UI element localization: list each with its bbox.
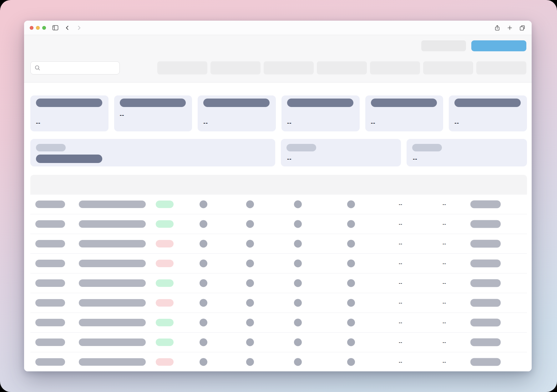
cell-dot-skeleton (294, 319, 302, 327)
browser-window: -- -- -- -- -- -- (24, 21, 532, 371)
zoom-button[interactable] (42, 26, 46, 30)
table-body: -- -- -- -- (30, 195, 527, 371)
sidebar-toggle-icon[interactable] (52, 24, 59, 32)
cell-skeleton-action (470, 319, 501, 327)
secondary-button-skeleton[interactable] (421, 40, 466, 51)
stat-value: -- (36, 120, 41, 126)
status-pill (156, 339, 174, 346)
data-table: -- -- -- -- (30, 175, 527, 371)
cell-dot-skeleton (200, 339, 207, 346)
summary-value: -- (413, 155, 418, 162)
cell-dot-skeleton (347, 220, 355, 228)
cell-dot-skeleton (200, 299, 207, 307)
metric-value-a: -- (391, 300, 410, 305)
minimize-button[interactable] (36, 26, 40, 30)
traffic-lights (30, 26, 46, 30)
cell-dot-skeleton (246, 358, 254, 366)
summary-card-right: -- (407, 139, 527, 166)
cell-dot-skeleton (294, 299, 302, 307)
stat-value: -- (371, 120, 376, 126)
filter-chip-skeleton[interactable] (264, 61, 314, 74)
filter-chip-skeleton[interactable] (157, 61, 207, 74)
cell-skeleton-action (470, 299, 501, 307)
status-pill (156, 319, 174, 326)
filter-chip-skeleton[interactable] (476, 61, 526, 74)
cell-skeleton-id (35, 319, 65, 326)
filter-chip-skeleton[interactable] (423, 61, 473, 74)
stat-value: -- (120, 112, 124, 119)
status-pill (156, 220, 174, 228)
share-icon[interactable] (494, 24, 501, 32)
cell-dot-skeleton (294, 260, 302, 267)
search-input[interactable] (41, 65, 116, 70)
summary-label-skeleton (36, 144, 66, 151)
metric-value-a: -- (391, 340, 410, 345)
cell-dot-skeleton (200, 240, 207, 248)
table-row: -- -- (30, 313, 527, 333)
summary-card-row: -- -- (30, 139, 527, 166)
stat-card: -- (198, 95, 276, 131)
new-tab-icon[interactable] (506, 24, 514, 32)
metric-value-b: -- (435, 359, 454, 364)
close-button[interactable] (30, 26, 33, 30)
metric-value-a: -- (391, 202, 410, 207)
cell-dot-skeleton (347, 299, 355, 307)
status-pill (156, 279, 174, 287)
cell-skeleton-name (79, 299, 146, 307)
stat-value: -- (454, 120, 459, 126)
status-pill (156, 240, 174, 247)
metric-value-b: -- (435, 320, 454, 325)
table-row: -- -- (30, 195, 527, 214)
summary-card-left (30, 139, 275, 166)
table-row: -- -- (30, 214, 527, 234)
cell-dot-skeleton (294, 339, 302, 346)
metric-value-a: -- (391, 320, 410, 325)
metric-value-a: -- (391, 261, 410, 266)
metric-value-b: -- (435, 221, 454, 227)
summary-label-skeleton (412, 144, 442, 151)
cell-dot-skeleton (200, 260, 207, 267)
filter-chip-skeleton[interactable] (317, 61, 367, 74)
cell-skeleton-action (470, 220, 501, 228)
cell-skeleton-id (35, 260, 65, 267)
cell-skeleton-action (470, 240, 501, 248)
cell-skeleton-name (79, 240, 146, 247)
primary-action-button[interactable] (471, 40, 526, 51)
metric-value-b: -- (435, 202, 454, 207)
cell-dot-skeleton (200, 358, 207, 366)
cell-dot-skeleton (347, 319, 355, 327)
cell-skeleton-id (35, 220, 65, 228)
table-row: -- -- (30, 254, 527, 273)
search-icon (34, 65, 41, 71)
filter-chip-skeleton[interactable] (370, 61, 420, 74)
cell-dot-skeleton (294, 279, 302, 287)
cell-skeleton-name (79, 319, 146, 326)
cell-dot-skeleton (347, 279, 355, 287)
cell-skeleton-action (470, 279, 501, 287)
cell-skeleton-name (79, 279, 146, 287)
cell-skeleton-id (35, 358, 65, 366)
metric-value-a: -- (391, 281, 410, 286)
cell-dot-skeleton (347, 358, 355, 366)
forward-icon[interactable] (75, 24, 83, 32)
browser-toolbar (24, 21, 532, 35)
cell-dot-skeleton (200, 220, 207, 228)
stat-card: -- (449, 95, 527, 131)
tab-overview-icon[interactable] (519, 24, 526, 32)
cell-skeleton-name (79, 220, 146, 228)
filter-chip-skeleton[interactable] (210, 61, 261, 74)
back-icon[interactable] (63, 24, 71, 32)
cell-dot-skeleton (347, 260, 355, 267)
metric-value-a: -- (391, 359, 410, 364)
stat-value: -- (203, 120, 208, 126)
table-row: -- -- (30, 273, 527, 293)
main-content: -- -- -- -- -- -- (24, 83, 532, 371)
cell-dot-skeleton (294, 358, 302, 366)
cell-skeleton-name (79, 358, 146, 366)
cell-dot-skeleton (347, 339, 355, 346)
cell-dot-skeleton (200, 201, 207, 208)
search-box[interactable] (30, 61, 120, 74)
metric-value-a: -- (391, 241, 410, 246)
status-pill (156, 201, 174, 208)
stat-card: -- (281, 95, 360, 131)
